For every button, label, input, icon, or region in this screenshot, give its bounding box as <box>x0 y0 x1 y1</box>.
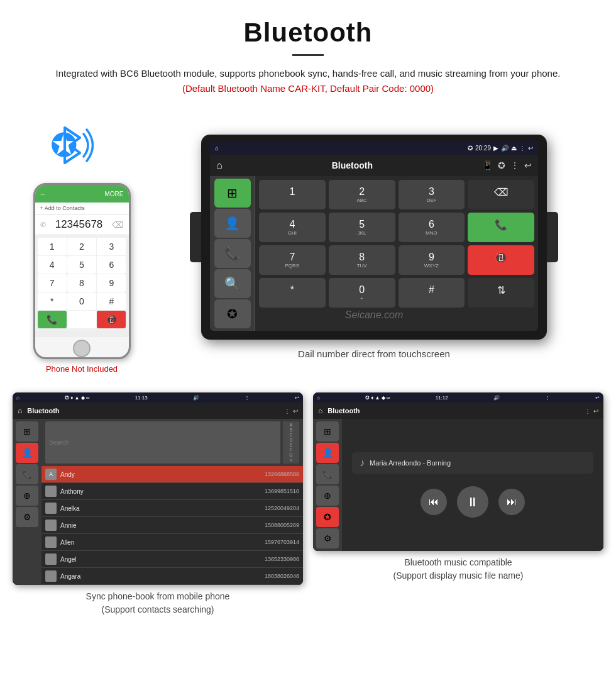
contact-row[interactable]: A Andy 13266868586 <box>41 466 303 483</box>
phone-key-3[interactable]: 3 <box>97 238 126 255</box>
dial-key-call[interactable]: 📞 <box>468 213 534 242</box>
phone-home-button[interactable] <box>73 340 91 357</box>
status-bar-left: ⌂ <box>215 145 219 152</box>
car-unit: ⌂ ✪ 20:29 ▶ 🔊 ⏏ ⋮ ↩ ⌂ Bluetooth <box>201 135 547 340</box>
music-status-icons: ✪ ♦ ▲ ◆ ∞ <box>365 395 390 401</box>
dial-key-end[interactable]: 📵 <box>468 245 534 275</box>
header-description: Integrated with BC6 Bluetooth module, su… <box>38 66 578 96</box>
phone-top-bar: ← MORE <box>35 185 129 203</box>
phone-key-star[interactable]: * <box>38 292 67 310</box>
phone-key-0[interactable]: 0 <box>67 292 96 310</box>
music-nav-bar: ⌂ Bluetooth ⋮ ↩ <box>313 403 603 419</box>
music-nav-home-icon[interactable]: ⌂ <box>318 406 322 415</box>
pb-caption-line1: Sync phone-book from mobile phone <box>86 591 230 601</box>
sidebar-call-button[interactable]: 📞 <box>214 239 251 268</box>
description-text: Integrated with BC6 Bluetooth module, su… <box>56 68 561 79</box>
pb-nav-home-icon[interactable]: ⌂ <box>18 406 22 415</box>
music-sidebar-bt[interactable]: ✪ <box>316 507 339 527</box>
nav-phone-icon[interactable]: 📱 <box>482 160 493 170</box>
contact-number: 13699851510 <box>265 488 299 494</box>
sidebar-search-button[interactable]: 🔍 <box>214 269 251 298</box>
bluetooth-app: ⊞ 👤 📞 🔍 ✪ 1 2ABC 3DEF ⌫ 4GHI <box>210 176 538 331</box>
phone-key-9[interactable]: 9 <box>97 274 126 292</box>
dial-key-6[interactable]: 6MNO <box>399 213 465 242</box>
music-caption: Bluetooth music compatible (Support disp… <box>393 556 524 582</box>
dial-key-0[interactable]: 0+ <box>329 278 395 308</box>
phonebook-status-bar: ⌂ ✪ ♦ ▲ ◆ ∞ 11:13 🔊 ⋮ ↩ <box>13 392 303 403</box>
phonebook-caption: Sync phone-book from mobile phone (Suppo… <box>86 590 230 616</box>
music-vol-icon: 🔊 <box>493 395 500 401</box>
music-sidebar-home[interactable]: ⊞ <box>316 421 339 442</box>
nav-right-icons: 📱 ✪ ⋮ ↩ <box>482 160 532 170</box>
music-sidebar-call[interactable]: 📞 <box>316 464 339 484</box>
dial-key-4[interactable]: 4GHI <box>259 213 326 242</box>
music-nav-more-icon[interactable]: ⋮ <box>585 408 591 414</box>
music-caption-line1: Bluetooth music compatible <box>404 557 512 567</box>
contact-row[interactable]: Annie 15088005269 <box>41 517 303 534</box>
pb-sidebar-sync[interactable]: ⊕ <box>16 486 38 506</box>
pb-nav-back-icon[interactable]: ↩ <box>293 408 298 414</box>
nav-more-icon[interactable]: ⋮ <box>510 160 519 170</box>
contact-row[interactable]: Anelka 12520049204 <box>41 500 303 517</box>
music-sidebar-contacts[interactable]: 👤 <box>316 443 339 463</box>
dial-key-5[interactable]: 5JKL <box>329 213 395 242</box>
phone-key-1[interactable]: 1 <box>38 238 67 255</box>
music-sidebar-sync[interactable]: ⊕ <box>316 486 339 506</box>
contact-row[interactable]: Allen 15976703914 <box>41 534 303 551</box>
pb-sidebar-home[interactable]: ⊞ <box>16 421 38 442</box>
dial-key-backspace[interactable]: ⌫ <box>468 180 534 209</box>
phone-end-button[interactable]: 📵 <box>97 311 126 328</box>
music-caption-line2: (Support display music file name) <box>393 570 524 581</box>
dial-key-3[interactable]: 3DEF <box>399 180 465 209</box>
music-sidebar-settings[interactable]: ⚙ <box>316 528 339 548</box>
contact-row[interactable]: Angara 18038026046 <box>41 568 303 585</box>
android-status-bar: ⌂ ✪ 20:29 ▶ 🔊 ⏏ ⋮ ↩ <box>210 141 538 155</box>
contact-number: 12520049204 <box>265 505 299 511</box>
phone-key-5[interactable]: 5 <box>67 256 96 274</box>
contact-name: Anelka <box>60 505 265 512</box>
phone-key-4[interactable]: 4 <box>38 256 67 274</box>
contact-number: 13266868586 <box>265 471 299 477</box>
sidebar-bluetooth-button[interactable]: ✪ <box>214 299 251 328</box>
add-contact-label: + Add to Contacts <box>40 205 85 211</box>
music-nav-back-icon[interactable]: ↩ <box>593 408 598 414</box>
dial-key-hash[interactable]: # <box>399 278 465 308</box>
phonebook-search-input[interactable] <box>45 421 280 464</box>
phone-call-button[interactable]: 📞 <box>38 311 67 328</box>
phone-key-hash[interactable]: # <box>97 292 126 310</box>
music-prev-button[interactable]: ⏮ <box>421 489 447 515</box>
phone-key-7[interactable]: 7 <box>38 274 67 292</box>
contact-row[interactable]: Anthony 13699851510 <box>41 483 303 500</box>
phone-key-8[interactable]: 8 <box>67 274 96 292</box>
contact-letter-badge <box>45 520 57 531</box>
dial-key-2[interactable]: 2ABC <box>329 180 395 209</box>
dialer-grid: 1 2ABC 3DEF ⌫ 4GHI 5JKL 6MNO 📞 7PQRS 8TU… <box>259 180 534 308</box>
nav-back-icon[interactable]: ↩ <box>524 160 532 170</box>
pb-sidebar-call[interactable]: 📞 <box>16 464 38 484</box>
nav-bt-icon[interactable]: ✪ <box>498 160 505 170</box>
phone-key-6[interactable]: 6 <box>97 256 126 274</box>
nav-home-icon[interactable]: ⌂ <box>216 160 223 171</box>
dial-key-7[interactable]: 7PQRS <box>259 245 326 275</box>
phone-back-icon: ← <box>40 191 47 197</box>
dial-key-9[interactable]: 9WXYZ <box>399 245 465 275</box>
car-unit-section: ⌂ ✪ 20:29 ▶ 🔊 ⏏ ⋮ ↩ ⌂ Bluetooth <box>151 135 597 359</box>
dial-key-swap[interactable]: ⇅ <box>468 278 534 308</box>
dial-key-star[interactable]: * <box>259 278 326 308</box>
sidebar-dialpad-button[interactable]: ⊞ <box>214 179 251 208</box>
sidebar-contacts-button[interactable]: 👤 <box>214 209 251 238</box>
music-next-button[interactable]: ⏭ <box>498 489 525 515</box>
status-time: 20:29 <box>475 145 491 152</box>
dial-key-1[interactable]: 1 <box>259 180 326 209</box>
contact-row[interactable]: Angel 13652330986 <box>41 551 303 568</box>
phone-key-2[interactable]: 2 <box>67 238 96 255</box>
dial-key-8[interactable]: 8TUV <box>329 245 395 275</box>
pb-nav-more-icon[interactable]: ⋮ <box>284 408 290 414</box>
abc-panel: A B C D E F G H <box>283 421 299 464</box>
main-section: ✪ ← MORE + Add to Contacts ✆ 12345678 ⌫ <box>0 108 616 380</box>
phonebook-screen: ⌂ ✪ ♦ ▲ ◆ ∞ 11:13 🔊 ⋮ ↩ ⌂ Bluetooth ⋮ ↩ <box>13 392 303 585</box>
pb-sidebar-settings[interactable]: ⚙ <box>16 507 38 527</box>
pb-sidebar-contacts[interactable]: 👤 <box>16 443 38 463</box>
music-play-button[interactable]: ⏸ <box>457 486 488 518</box>
bluetooth-status-icon: ✪ <box>468 145 473 152</box>
